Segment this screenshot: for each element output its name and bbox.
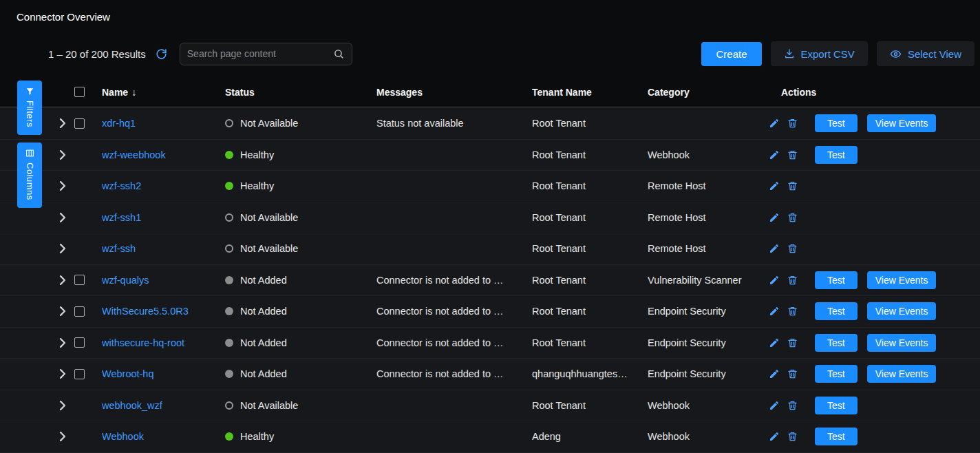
category-text: Endpoint Security: [648, 306, 769, 317]
search-box: [180, 43, 352, 65]
status-text: Healthy: [240, 149, 274, 160]
select-view-button[interactable]: Select View: [877, 41, 974, 66]
row-checkbox[interactable]: [74, 337, 85, 348]
columns-tab-label: Columns: [25, 162, 35, 200]
delete-icon[interactable]: [787, 243, 798, 254]
connector-name-link[interactable]: wzf-ssh2: [102, 180, 141, 191]
expand-chevron-icon[interactable]: [59, 244, 66, 253]
header-name[interactable]: Name ↓: [102, 87, 225, 98]
connector-name-link[interactable]: Webhook: [102, 431, 144, 442]
test-button[interactable]: Test: [815, 114, 858, 132]
delete-icon[interactable]: [787, 368, 798, 379]
select-all-checkbox[interactable]: [74, 87, 85, 97]
expand-chevron-icon[interactable]: [59, 432, 66, 441]
refresh-icon[interactable]: [156, 48, 167, 60]
connector-name-link[interactable]: webhook_wzf: [102, 400, 162, 411]
view-events-button[interactable]: View Events: [867, 365, 937, 383]
tenant-name: Root Tenant: [532, 400, 648, 411]
edit-icon[interactable]: [769, 149, 780, 160]
row-checkbox[interactable]: [74, 369, 85, 379]
connector-name-link[interactable]: WithSecure5.5.0R3: [102, 306, 189, 317]
table-row: wzf-sshNot AvailableRoot TenantRemote Ho…: [0, 233, 980, 265]
delete-icon[interactable]: [787, 118, 798, 129]
message-text: Connector is not added to …: [376, 275, 532, 286]
test-button[interactable]: Test: [815, 365, 858, 383]
connector-name-link[interactable]: wzf-ssh: [102, 243, 136, 254]
row-checkbox[interactable]: [74, 118, 85, 129]
tenant-name: Root Tenant: [532, 275, 648, 286]
search-icon: [333, 48, 345, 60]
table-row: wzf-qualysNot AddedConnector is not adde…: [0, 265, 980, 297]
test-button[interactable]: Test: [815, 397, 858, 414]
edit-icon[interactable]: [769, 180, 780, 191]
header-tenant-name: Tenant Name: [532, 87, 648, 98]
delete-icon[interactable]: [787, 149, 798, 160]
view-events-button[interactable]: View Events: [867, 114, 937, 132]
status-text: Not Added: [240, 306, 287, 317]
table-row: withsecure-hq-rootNot AddedConnector is …: [0, 328, 980, 359]
delete-icon[interactable]: [787, 212, 798, 223]
connector-name-link[interactable]: wzf-qualys: [102, 275, 149, 286]
header-status: Status: [225, 87, 376, 98]
expand-chevron-icon[interactable]: [59, 369, 66, 379]
view-events-button[interactable]: View Events: [867, 302, 937, 320]
toolbar: 1 – 20 of 200 Results Create Export CSV …: [0, 41, 980, 66]
search-input[interactable]: [187, 48, 333, 59]
expand-chevron-icon[interactable]: [59, 401, 66, 410]
edit-icon[interactable]: [769, 431, 780, 442]
connector-name-link[interactable]: wzf-ssh1: [102, 212, 141, 223]
tenant-name: qhanguqhhuangtes…: [532, 368, 648, 379]
expand-chevron-icon[interactable]: [59, 213, 66, 222]
connector-name-link[interactable]: wzf-weebhook: [102, 149, 166, 160]
table-row: wzf-ssh1Not AvailableRoot TenantRemote H…: [0, 202, 980, 234]
status-dot-icon: [225, 370, 233, 378]
create-button[interactable]: Create: [701, 42, 761, 66]
test-button[interactable]: Test: [815, 334, 858, 352]
status-dot-icon: [225, 307, 233, 315]
delete-icon[interactable]: [787, 431, 798, 442]
edit-icon[interactable]: [769, 212, 780, 223]
edit-icon[interactable]: [769, 243, 780, 254]
category-text: Remote Host: [648, 212, 769, 223]
view-events-button[interactable]: View Events: [867, 334, 937, 352]
delete-icon[interactable]: [787, 400, 798, 411]
status-dot-icon: [225, 401, 233, 410]
message-text: Connector is not added to …: [376, 337, 532, 348]
connector-name-link[interactable]: xdr-hq1: [102, 118, 136, 129]
row-checkbox[interactable]: [74, 275, 85, 285]
table-row: wzf-ssh2HealthyRoot TenantRemote Host: [0, 171, 980, 202]
edit-icon[interactable]: [769, 400, 780, 411]
edit-icon[interactable]: [769, 368, 780, 379]
test-button[interactable]: Test: [815, 428, 858, 445]
row-checkbox[interactable]: [74, 306, 85, 317]
delete-icon[interactable]: [787, 275, 798, 286]
connector-name-link[interactable]: Webroot-hq: [102, 368, 154, 379]
status-dot-icon: [225, 339, 233, 347]
delete-icon[interactable]: [787, 180, 798, 191]
expand-chevron-icon[interactable]: [59, 275, 66, 285]
test-button[interactable]: Test: [815, 302, 858, 320]
expand-chevron-icon[interactable]: [59, 150, 66, 160]
connector-name-link[interactable]: withsecure-hq-root: [102, 337, 184, 348]
expand-chevron-icon[interactable]: [59, 306, 66, 316]
message-text: Connector is not added to …: [376, 306, 532, 317]
edit-icon[interactable]: [769, 306, 780, 317]
test-button[interactable]: Test: [815, 271, 858, 289]
view-events-button[interactable]: View Events: [867, 271, 937, 289]
table-body: xdr-hq1Not AvailableStatus not available…: [0, 108, 980, 453]
page-title: Connector Overview: [17, 11, 110, 23]
filters-tab[interactable]: Filters: [17, 81, 42, 135]
edit-icon[interactable]: [769, 337, 780, 348]
export-csv-button[interactable]: Export CSV: [771, 41, 868, 66]
delete-icon[interactable]: [787, 337, 798, 348]
columns-tab[interactable]: Columns: [17, 143, 42, 208]
expand-chevron-icon[interactable]: [59, 338, 66, 348]
test-button[interactable]: Test: [815, 146, 858, 164]
delete-icon[interactable]: [787, 306, 798, 317]
category-text: Remote Host: [648, 243, 769, 254]
expand-chevron-icon[interactable]: [59, 118, 66, 128]
table-row: Webroot-hqNot AddedConnector is not adde…: [0, 359, 980, 390]
edit-icon[interactable]: [769, 275, 780, 286]
expand-chevron-icon[interactable]: [59, 181, 66, 191]
edit-icon[interactable]: [769, 118, 780, 129]
